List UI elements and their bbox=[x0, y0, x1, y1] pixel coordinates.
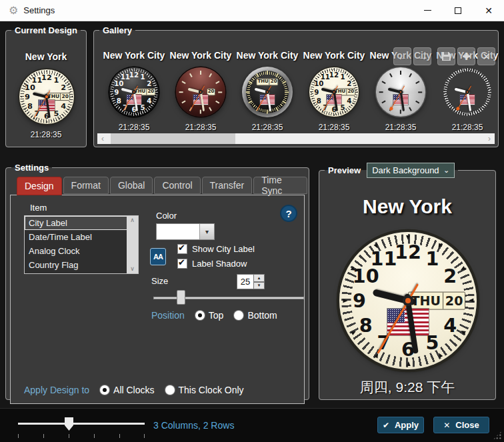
list-item[interactable]: Country Flag bbox=[25, 258, 138, 272]
gallery-scrollbar[interactable]: ‹ › bbox=[97, 133, 495, 144]
current-design-clock[interactable]: 123456789101112THU20 bbox=[19, 69, 75, 125]
gallery-clock-time: 21:28:35 bbox=[319, 123, 350, 132]
slider-thumb[interactable] bbox=[177, 290, 185, 305]
item-list-scrollbar[interactable]: ∧ ∨ bbox=[127, 216, 138, 273]
settings-tabs: Design Format Global Control Transfer Ti… bbox=[17, 177, 309, 195]
close-button[interactable]: ✕ bbox=[473, 0, 504, 21]
list-item[interactable]: Date/Time Label bbox=[25, 230, 138, 244]
gallery-item[interactable]: New York City 123456789101112THU20 21:28… bbox=[301, 50, 367, 132]
slider-tick bbox=[144, 434, 145, 438]
position-label: Position bbox=[151, 310, 185, 321]
tab-transfer[interactable]: Transfer bbox=[202, 177, 253, 194]
gallery-label: Gallery bbox=[99, 25, 135, 35]
gallery-clock-time: 21:28:35 bbox=[385, 123, 417, 132]
position-row: Position Top Bottom bbox=[151, 310, 277, 321]
color-label: Color bbox=[156, 211, 177, 221]
apply-button[interactable]: ✔ Apply bbox=[377, 417, 424, 433]
gallery-clock[interactable]: 123456789101112THU20 bbox=[309, 67, 359, 117]
apply-button-label: Apply bbox=[395, 420, 419, 430]
gallery-clock-title: New York City bbox=[103, 50, 165, 61]
arrow-right-icon: → bbox=[417, 51, 427, 62]
label-shadow-checkbox[interactable]: ✔ Label Shadow bbox=[177, 259, 247, 269]
slider-tick bbox=[94, 434, 95, 438]
size-value[interactable]: 25 bbox=[237, 274, 254, 289]
x-icon: ✕ bbox=[443, 421, 450, 430]
check-icon: ✔ bbox=[178, 257, 185, 267]
radio-all-clocks-label[interactable]: All Clocks bbox=[113, 385, 154, 395]
slider-track bbox=[153, 297, 304, 299]
checkbox-box: ✔ bbox=[177, 244, 187, 254]
resize-grip[interactable] bbox=[493, 431, 502, 440]
check-icon: ✔ bbox=[178, 243, 185, 253]
scroll-down-icon[interactable]: ∨ bbox=[130, 265, 135, 273]
combo-arrow-icon[interactable]: ▾ bbox=[199, 224, 214, 239]
gallery-clock-time: 21:28:35 bbox=[185, 123, 217, 132]
gallery-scrollbar-thumb[interactable] bbox=[111, 133, 235, 144]
help-button[interactable]: ? bbox=[280, 205, 297, 222]
minimize-button[interactable] bbox=[412, 0, 443, 21]
list-item[interactable]: City Label bbox=[25, 216, 138, 230]
save-icon bbox=[442, 52, 451, 61]
list-item[interactable]: Analog Clock bbox=[25, 244, 138, 258]
size-slider[interactable] bbox=[153, 290, 305, 306]
spin-down-icon[interactable]: ▼ bbox=[254, 282, 265, 290]
gallery-clock[interactable]: 123456789101112THU20 bbox=[109, 67, 159, 117]
scroll-right-icon[interactable]: › bbox=[484, 133, 495, 144]
gallery-back-button[interactable]: ← bbox=[393, 47, 411, 65]
preview-label: Preview bbox=[328, 165, 361, 175]
settings-label: Settings bbox=[11, 163, 52, 173]
maximize-icon bbox=[455, 7, 461, 14]
gallery-item[interactable]: New York City THU20 21:28:35 bbox=[234, 50, 301, 132]
gallery-add-button[interactable]: ✚ bbox=[457, 47, 475, 65]
spin-up-icon[interactable]: ▲ bbox=[254, 274, 265, 282]
gallery-clock-title: New York City bbox=[237, 50, 299, 61]
scroll-up-icon[interactable]: ∧ bbox=[130, 216, 135, 225]
current-design-label: Current Design bbox=[11, 25, 81, 35]
radio-bottom-label[interactable]: Bottom bbox=[247, 310, 277, 321]
gallery-toolbar: ← → ✚ ✕ bbox=[393, 47, 495, 65]
background-select[interactable]: Dark Background ⌄ bbox=[367, 163, 455, 178]
color-select[interactable]: ▾ bbox=[156, 223, 215, 240]
gallery-clock-time: 21:28:35 bbox=[119, 123, 150, 132]
slider-tick bbox=[43, 434, 44, 438]
tab-global[interactable]: Global bbox=[110, 177, 153, 194]
item-list[interactable]: City Label Date/Time Label Analog Clock … bbox=[24, 215, 139, 274]
grid-slider[interactable] bbox=[18, 417, 145, 439]
radio-bottom[interactable] bbox=[234, 311, 243, 320]
background-select-value: Dark Background bbox=[372, 165, 439, 175]
close-dialog-button[interactable]: ✕ Close bbox=[433, 417, 489, 433]
radio-top-label[interactable]: Top bbox=[209, 310, 224, 321]
checkbox-box: ✔ bbox=[177, 259, 187, 269]
gallery-save-button[interactable] bbox=[437, 47, 455, 65]
radio-all-clocks[interactable] bbox=[100, 385, 109, 395]
gallery-item[interactable]: New York City 20 21:28:35 bbox=[167, 50, 234, 132]
titlebar[interactable]: ⚙ Settings ✕ bbox=[0, 0, 504, 21]
grid-slider-thumb[interactable] bbox=[65, 417, 73, 431]
tab-control[interactable]: Control bbox=[154, 177, 200, 194]
size-label: Size bbox=[151, 276, 168, 286]
list-item[interactable]: Border bbox=[25, 272, 138, 274]
gallery-clock[interactable] bbox=[442, 67, 493, 117]
current-clock-title: New York bbox=[6, 51, 86, 62]
radio-this-clock-label[interactable]: This Clock Only bbox=[179, 385, 244, 395]
gallery-clock[interactable] bbox=[375, 67, 426, 117]
maximize-button[interactable] bbox=[443, 0, 473, 21]
tab-format[interactable]: Format bbox=[63, 177, 109, 194]
tab-time-sync[interactable]: Time Sync bbox=[253, 177, 307, 194]
font-button[interactable]: AA bbox=[150, 248, 166, 265]
gallery-delete-button[interactable]: ✕ bbox=[477, 47, 495, 65]
scroll-left-icon[interactable]: ‹ bbox=[97, 133, 108, 144]
gallery-clock-time: 21:28:35 bbox=[252, 123, 283, 132]
slider-tick bbox=[69, 434, 69, 438]
gallery-forward-button[interactable]: → bbox=[413, 47, 431, 65]
plus-icon: ✚ bbox=[462, 51, 471, 63]
show-city-label-checkbox[interactable]: ✔ Show City Label bbox=[177, 244, 255, 254]
radio-top[interactable] bbox=[195, 311, 205, 320]
size-spinner[interactable]: 25 ▲ ▼ bbox=[237, 274, 265, 289]
gallery-clock[interactable]: 20 bbox=[175, 67, 226, 117]
gallery-item[interactable]: New York City 123456789101112THU20 21:28… bbox=[101, 50, 167, 132]
tab-design[interactable]: Design bbox=[17, 177, 62, 195]
radio-this-clock[interactable] bbox=[165, 385, 175, 395]
gallery-clock[interactable]: THU20 bbox=[242, 67, 293, 117]
grid-size-label: 3 Columns, 2 Rows bbox=[153, 420, 234, 431]
